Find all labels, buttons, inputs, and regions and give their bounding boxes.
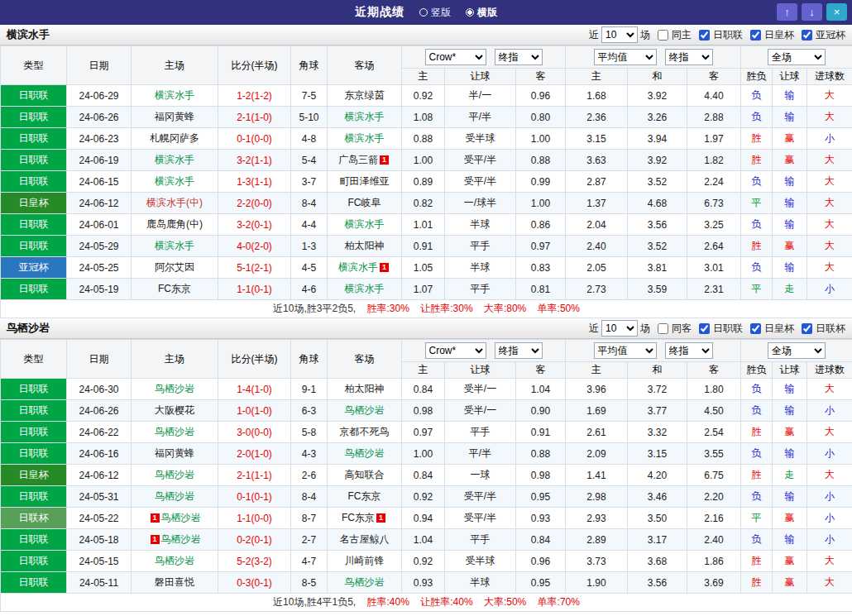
match-score[interactable]: 2-1(1-1): [237, 470, 272, 481]
team-name[interactable]: 鸟栖沙岩: [155, 555, 194, 566]
team-name[interactable]: 横滨水手: [345, 132, 385, 144]
team-name[interactable]: FC岐阜: [348, 197, 381, 208]
match-score[interactable]: 0-1(0-1): [237, 491, 272, 503]
match-score[interactable]: 2-2(0-0): [237, 198, 272, 209]
team-name[interactable]: FC东京: [342, 512, 375, 523]
team-name[interactable]: 东京绿茵: [345, 89, 385, 101]
team-name[interactable]: 横滨水手: [155, 175, 194, 187]
same-venue-checkbox[interactable]: [658, 323, 668, 334]
team-name[interactable]: 横滨水手: [155, 154, 194, 165]
match-score[interactable]: 1-3(1-1): [237, 176, 272, 188]
team-name[interactable]: 横滨水手(中): [146, 197, 203, 208]
average-select[interactable]: 平均值: [594, 49, 657, 65]
league-filter-2[interactable]: 日皇杯: [750, 28, 794, 42]
handicap-final-select[interactable]: 终指: [495, 342, 543, 359]
close-button[interactable]: ×: [826, 3, 847, 21]
league-filter-1[interactable]: 日职联: [699, 322, 743, 336]
team-name[interactable]: 高知联合: [345, 469, 385, 480]
league-filter-2[interactable]: 日皇杯: [750, 322, 794, 336]
league-filter-3[interactable]: 日联杯: [802, 322, 845, 336]
league-filter-checkbox[interactable]: [802, 323, 812, 334]
team-name[interactable]: 町田泽维亚: [340, 175, 390, 187]
match-count-select[interactable]: 10: [601, 26, 638, 43]
team-name[interactable]: 鸟栖沙岩: [161, 512, 201, 523]
scroll-up-button[interactable]: ↑: [777, 3, 797, 21]
team-name[interactable]: 鸟栖沙岩: [155, 490, 194, 502]
team-name[interactable]: 横滨水手: [155, 240, 194, 251]
team-name[interactable]: 川崎前锋: [345, 555, 385, 566]
team-name[interactable]: FC东京: [158, 283, 191, 294]
team-name[interactable]: 鹿岛鹿角(中): [146, 218, 203, 230]
handicap-final-select[interactable]: 终指: [495, 49, 543, 65]
league-filter-checkbox[interactable]: [750, 323, 761, 334]
match-score[interactable]: 1-0(1-0): [237, 405, 272, 417]
same-venue-checkbox[interactable]: [658, 30, 668, 41]
match-count-select[interactable]: 10: [601, 320, 638, 337]
ah-home-odds: 1.08: [402, 107, 445, 128]
score-cell: 1-2(1-2): [218, 85, 291, 107]
bookmaker-select[interactable]: Crow*: [425, 342, 486, 359]
team-name[interactable]: 名古屋鲸八: [340, 533, 390, 545]
match-score[interactable]: 0-2(0-1): [237, 534, 272, 546]
match-score[interactable]: 0-1(0-0): [237, 133, 272, 145]
team-name[interactable]: 大阪樱花: [155, 404, 194, 416]
league-filter-checkbox[interactable]: [699, 30, 710, 41]
team-name[interactable]: 柏太阳神: [345, 240, 385, 251]
team-name[interactable]: 横滨水手: [345, 283, 385, 294]
team-name[interactable]: 鸟栖沙岩: [161, 533, 201, 545]
match-score[interactable]: 1-1(0-1): [237, 284, 272, 295]
eu-draw-odds: 3.17: [628, 529, 687, 551]
eu-home-odds: 1.41: [566, 465, 628, 486]
match-score[interactable]: 1-4(1-0): [237, 384, 272, 395]
match-score[interactable]: 0-3(0-1): [237, 577, 272, 589]
scope-select[interactable]: 全场: [768, 49, 826, 65]
team-name[interactable]: 横滨水手: [345, 111, 385, 122]
layout-radio-vertical[interactable]: 竖版: [419, 6, 451, 20]
europe-final-select[interactable]: 终指: [665, 49, 713, 65]
team-name[interactable]: 鸟栖沙岩: [155, 383, 194, 394]
match-score[interactable]: 3-2(0-1): [237, 219, 272, 231]
team-name[interactable]: 福冈黄蜂: [155, 111, 194, 122]
match-score[interactable]: 5-2(3-2): [237, 556, 272, 567]
league-filter-checkbox[interactable]: [699, 323, 710, 334]
team-name[interactable]: 横滨水手: [345, 218, 385, 230]
scroll-down-button[interactable]: ↓: [802, 3, 822, 21]
match-score[interactable]: 2-0(1-0): [237, 448, 272, 460]
layout-radio-horizontal[interactable]: 横版: [466, 6, 497, 20]
scope-select[interactable]: 全场: [768, 342, 826, 359]
team-name[interactable]: 京都不死鸟: [340, 426, 390, 437]
league-filter-checkbox[interactable]: [750, 30, 761, 41]
team-name[interactable]: 鸟栖沙岩: [155, 426, 194, 437]
match-score[interactable]: 4-0(2-0): [237, 241, 272, 252]
bookmaker-select[interactable]: Crow*: [425, 49, 486, 65]
match-score[interactable]: 3-0(0-0): [237, 427, 272, 438]
match-score[interactable]: 2-1(1-0): [237, 112, 272, 123]
team-name[interactable]: 柏太阳神: [345, 383, 385, 394]
team-name[interactable]: 札幌冈萨多: [150, 132, 199, 144]
team-name[interactable]: 磐田喜悦: [155, 576, 194, 588]
team-name[interactable]: 鸟栖沙岩: [345, 576, 385, 588]
team-name[interactable]: FC东京: [348, 490, 381, 502]
team-name[interactable]: 福冈黄蜂: [155, 447, 194, 459]
team-name[interactable]: 横滨水手: [155, 89, 194, 101]
team-name[interactable]: 横滨水手: [338, 261, 378, 273]
team-name[interactable]: 阿尔艾因: [155, 261, 194, 273]
team-name[interactable]: 鸟栖沙岩: [345, 447, 385, 459]
europe-final-select[interactable]: 终指: [665, 342, 713, 359]
league-filter-3[interactable]: 亚冠杯: [802, 28, 845, 42]
col-ah-home: 主: [402, 362, 445, 379]
corners-cell: 4-8: [291, 128, 328, 150]
league-filter-checkbox[interactable]: [802, 30, 812, 41]
same-venue-filter[interactable]: 同主: [658, 28, 692, 42]
home-team-cell: 横滨水手: [132, 85, 218, 107]
team-name[interactable]: 鸟栖沙岩: [345, 404, 385, 416]
match-score[interactable]: 5-1(2-1): [237, 262, 272, 274]
match-score[interactable]: 3-2(1-1): [237, 155, 272, 166]
team-name[interactable]: 鸟栖沙岩: [155, 469, 194, 480]
average-select[interactable]: 平均值: [594, 342, 657, 359]
league-filter-1[interactable]: 日职联: [699, 28, 743, 42]
same-venue-filter[interactable]: 同客: [658, 322, 692, 336]
match-score[interactable]: 1-2(1-2): [237, 90, 272, 102]
match-score[interactable]: 1-1(0-0): [237, 513, 272, 524]
team-name[interactable]: 广岛三箭: [338, 154, 378, 165]
